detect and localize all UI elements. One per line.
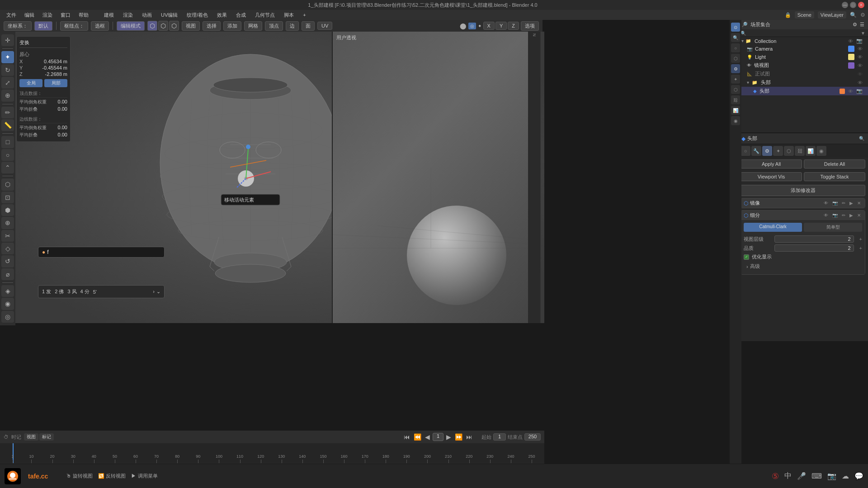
select-options[interactable]: 选项 bbox=[521, 21, 539, 31]
select-lasso[interactable]: ⌃ bbox=[1, 162, 14, 174]
menu-compositor[interactable]: 合成 bbox=[232, 11, 250, 19]
loop-cut-tool[interactable]: ⊕ bbox=[1, 217, 14, 229]
jump-start-btn[interactable]: ⏮ bbox=[403, 432, 411, 441]
input-item-1[interactable]: 1 发 bbox=[42, 288, 51, 295]
delete-all-btn[interactable]: Delete All bbox=[804, 160, 865, 169]
knife-tool[interactable]: ✂ bbox=[1, 230, 14, 242]
overlay-z[interactable]: Z bbox=[508, 22, 519, 30]
render-levels-increment[interactable]: + bbox=[859, 236, 862, 242]
rvt-particles-btn[interactable]: ✦ bbox=[731, 75, 740, 84]
edge-mode-btn[interactable]: ⬡ bbox=[158, 21, 168, 31]
simple-btn[interactable]: 简单型 bbox=[804, 223, 862, 232]
rotate-tool[interactable]: ↻ bbox=[1, 64, 14, 76]
coord-system-selector[interactable]: 坐标系： bbox=[4, 21, 32, 31]
add-menu[interactable]: 添加 bbox=[223, 21, 241, 31]
viewport-shading-icon[interactable]: ⬤ bbox=[460, 23, 467, 29]
menu-shading[interactable]: 纹理/着色 bbox=[183, 11, 212, 19]
input-item-4[interactable]: 4 分 bbox=[80, 288, 90, 295]
outliner-filter-btn[interactable]: ▼ bbox=[861, 31, 865, 36]
physics-tab[interactable]: ⬡ bbox=[784, 146, 794, 156]
rvt-obj-btn[interactable]: ○ bbox=[731, 43, 740, 52]
outliner-search-input[interactable] bbox=[748, 30, 859, 36]
status-cam-icon[interactable]: 📷 bbox=[827, 472, 836, 480]
frame-end-input[interactable]: 250 bbox=[524, 433, 541, 441]
constraints-tab[interactable]: ⛓ bbox=[795, 146, 805, 156]
select-circle[interactable]: ○ bbox=[1, 149, 14, 161]
rvt-scene-btn[interactable]: ⊙ bbox=[731, 23, 740, 32]
shrink-fatten[interactable]: ◉ bbox=[1, 298, 14, 310]
mirror-realtime-toggle[interactable]: ▶ bbox=[848, 200, 854, 206]
bevel-tool[interactable]: ⬢ bbox=[1, 204, 14, 216]
subdiv-delete-btn[interactable]: ✕ bbox=[856, 212, 862, 218]
smooth-tool[interactable]: ⌀ bbox=[1, 268, 14, 280]
collection-cam-btn[interactable]: 📷 bbox=[856, 38, 863, 44]
pivot-selector[interactable]: 枢纽点： bbox=[60, 21, 88, 31]
menu-scripting[interactable]: 脚本 bbox=[280, 11, 297, 19]
quality-increment[interactable]: + bbox=[859, 245, 862, 251]
coord-default[interactable]: 默认 bbox=[34, 21, 52, 31]
global-space-btn[interactable]: 全局 bbox=[19, 79, 42, 87]
outliner-camera-item[interactable]: 📷 Camera 👁 bbox=[738, 45, 868, 53]
face-mode-btn[interactable]: ⬡ bbox=[169, 21, 179, 31]
quality-value[interactable]: 2 bbox=[774, 244, 854, 252]
outliner-mirror-view-item[interactable]: 👁 镜视图 👁 bbox=[738, 61, 868, 70]
head-group-eye-btn[interactable]: 👁 bbox=[858, 80, 863, 85]
menu-geometry[interactable]: 几何节点 bbox=[251, 11, 278, 19]
vertex-menu[interactable]: 顶点 bbox=[265, 21, 283, 31]
inset-tool[interactable]: ⊡ bbox=[1, 192, 14, 203]
rvt-constraints-btn[interactable]: ⛓ bbox=[731, 95, 740, 104]
maximize-button[interactable]: □ bbox=[850, 2, 856, 8]
npanel-label[interactable]: N bbox=[532, 33, 537, 37]
filter-icon[interactable]: ⚙ bbox=[860, 12, 865, 18]
play-btn[interactable]: ▶ bbox=[445, 432, 452, 441]
mirror-mod-header[interactable]: ⬡ 镜像 👁 📷 ✏ ▶ ✕ bbox=[741, 198, 865, 208]
prev-frame-btn[interactable]: ◀ bbox=[424, 432, 431, 441]
material-tab[interactable]: ◉ bbox=[816, 146, 826, 156]
rvt-physics-btn[interactable]: ⬡ bbox=[731, 85, 740, 94]
outliner-ortho-item[interactable]: 📐 正试图 👁 bbox=[738, 70, 868, 78]
timeline-tab-view[interactable]: 视图 bbox=[24, 433, 38, 441]
toggle-stack-btn[interactable]: Toggle Stack bbox=[804, 172, 865, 181]
pivot-default[interactable]: 选框 bbox=[91, 21, 109, 31]
next-frame-btn[interactable]: ⏩ bbox=[454, 432, 463, 441]
timeline-tab-markers[interactable]: 标记 bbox=[39, 433, 54, 441]
second-viewport[interactable]: 用户透视 bbox=[332, 32, 529, 323]
input-item-5[interactable]: 5' bbox=[93, 289, 97, 295]
ortho-eye-btn[interactable]: 👁 bbox=[858, 71, 863, 77]
outliner-light-item[interactable]: 💡 Light 👁 bbox=[738, 53, 868, 61]
menu-window[interactable]: 窗口 bbox=[57, 11, 74, 19]
search-scene-icon[interactable]: 🔍 bbox=[850, 12, 857, 18]
mirror-vis-toggle[interactable]: 👁 bbox=[822, 200, 830, 206]
dropdown-prev[interactable]: › bbox=[153, 289, 155, 295]
dropdown-next[interactable]: ⌄ bbox=[156, 289, 160, 295]
status-icon-2[interactable]: 中 bbox=[784, 471, 792, 481]
obj-properties-tab[interactable]: ○ bbox=[741, 146, 750, 156]
viewport-overlay-btn[interactable]: ◎ bbox=[468, 23, 476, 29]
mirror-eye-btn[interactable]: 👁 bbox=[858, 63, 863, 68]
status-icon-1[interactable]: ⑤ bbox=[772, 471, 779, 481]
poly-build[interactable]: ◇ bbox=[1, 243, 14, 254]
active-modifier-tab[interactable]: ⚙ bbox=[762, 146, 772, 156]
close-button[interactable]: ✕ bbox=[858, 2, 864, 8]
input-item-3[interactable]: 3 风 bbox=[67, 288, 76, 295]
status-kbd-icon[interactable]: ⌨ bbox=[811, 472, 822, 480]
outliner-head-mesh-item[interactable]: ◆ 头部 👁 📷 bbox=[738, 87, 868, 95]
rvt-view-btn[interactable]: 🔍 bbox=[731, 33, 740, 42]
overlay-y[interactable]: Y bbox=[495, 22, 507, 30]
subdiv-render-toggle[interactable]: 📷 bbox=[831, 212, 839, 218]
catmull-clark-btn[interactable]: Catmull-Clark bbox=[744, 223, 802, 232]
scale-tool[interactable]: ⤢ bbox=[1, 77, 14, 89]
outliner-collection-item[interactable]: ▾ 📁 Collection 👁 📷 bbox=[738, 37, 868, 45]
local-space-btn[interactable]: 局部 bbox=[44, 79, 67, 87]
select-box[interactable]: □ bbox=[1, 136, 14, 148]
subdiv-mod-header[interactable]: ⬡ 细分 👁 📷 ✏ ▶ ✕ bbox=[741, 211, 865, 220]
minimize-button[interactable]: — bbox=[842, 2, 848, 8]
prev-keyframe-btn[interactable]: ⏪ bbox=[413, 432, 422, 441]
mode-selector[interactable]: 编辑模式 bbox=[117, 21, 145, 31]
subdiv-advanced-section[interactable]: › 高级 bbox=[744, 261, 862, 272]
push-pull[interactable]: ◎ bbox=[1, 311, 14, 323]
status-chat-icon[interactable]: 💬 bbox=[854, 472, 863, 480]
menu-file[interactable]: 文件 bbox=[3, 11, 20, 19]
modifier-properties-tab[interactable]: 🔧 bbox=[751, 146, 761, 156]
transform-tool[interactable]: ⊕ bbox=[1, 89, 14, 101]
